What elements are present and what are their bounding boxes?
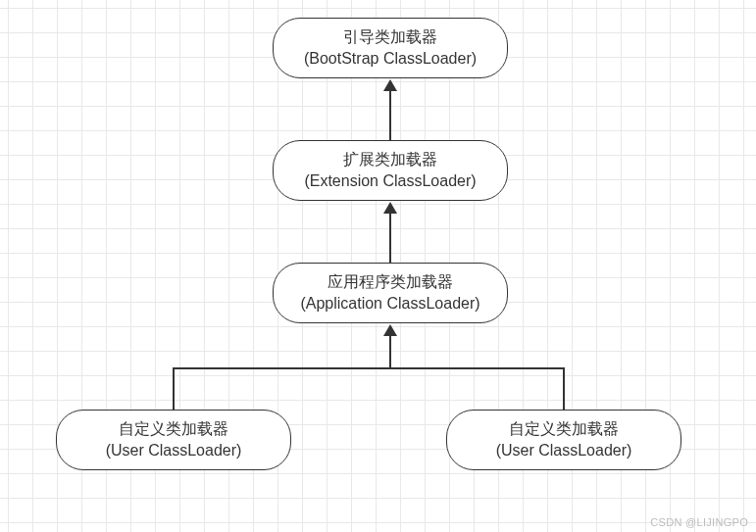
connector-application-to-extension	[389, 213, 391, 263]
node-user-left-label-en: (User ClassLoader)	[106, 440, 242, 461]
node-user-classloader-left: 自定义类加载器 (User ClassLoader)	[56, 410, 291, 470]
node-application-label-en: (Application ClassLoader)	[300, 293, 479, 314]
node-extension-label-en: (Extension ClassLoader)	[304, 170, 476, 192]
node-bootstrap-classloader: 引导类加载器 (BootStrap ClassLoader)	[273, 18, 508, 78]
watermark-text: CSDN @LIJINGPO	[650, 516, 748, 528]
arrowhead-application-to-extension	[383, 202, 397, 214]
arrowhead-extension-to-bootstrap	[383, 79, 397, 91]
node-bootstrap-label-en: (BootStrap ClassLoader)	[304, 48, 477, 70]
connector-user-left-vertical	[173, 367, 175, 410]
connector-extension-to-bootstrap	[389, 90, 391, 140]
node-application-label-cn: 应用程序类加载器	[328, 271, 453, 293]
node-extension-classloader: 扩展类加载器 (Extension ClassLoader)	[273, 140, 508, 201]
connector-user-right-vertical	[563, 367, 565, 410]
connector-users-to-application-stem	[389, 335, 391, 369]
node-user-right-label-en: (User ClassLoader)	[496, 440, 632, 461]
connector-users-horizontal	[173, 367, 565, 369]
node-user-right-label-cn: 自定义类加载器	[509, 418, 619, 440]
node-extension-label-cn: 扩展类加载器	[343, 149, 437, 170]
node-application-classloader: 应用程序类加载器 (Application ClassLoader)	[273, 263, 508, 323]
node-user-classloader-right: 自定义类加载器 (User ClassLoader)	[446, 410, 681, 470]
arrowhead-users-to-application	[383, 324, 397, 336]
node-bootstrap-label-cn: 引导类加载器	[343, 26, 437, 48]
node-user-left-label-cn: 自定义类加载器	[119, 418, 228, 440]
